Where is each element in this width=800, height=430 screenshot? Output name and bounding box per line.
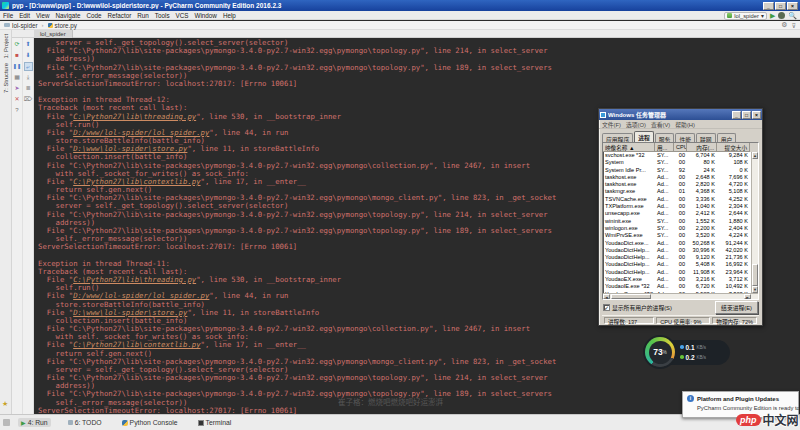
menu-refactor[interactable]: Refactor [107, 12, 131, 19]
tm-close-button[interactable]: × [752, 111, 761, 119]
process-row[interactable]: taskhost.exeAd...002,820 K4,720 K [603, 181, 758, 188]
menu-help[interactable]: Help [223, 12, 236, 19]
process-row[interactable]: YoudaoIE.exe *32Ad...006,720 K10,492 K [603, 283, 758, 290]
print-icon[interactable]: ≣ [24, 84, 33, 93]
task-manager-window[interactable]: Windows 任务管理器 _ □ × 文件(F)选项(O)查看(V)帮助(H)… [598, 108, 763, 326]
toolwindow-button-todo[interactable]: 6: TODO [65, 418, 105, 427]
process-row[interactable]: SystemSY...0080 K108 K [603, 159, 758, 166]
horizontal-scrollbar[interactable]: ◄ ► [603, 293, 758, 299]
process-row[interactable]: YoudaoDictHelp...Ad...005,408 K16,992 K [603, 261, 758, 268]
maximize-button[interactable]: □ [775, 2, 786, 10]
process-row[interactable]: YoudaoDictHelp...Ad...009,120 K21,736 K [603, 254, 758, 261]
menu-view[interactable]: View [36, 12, 50, 19]
scroll-up-arrow-icon[interactable]: ▲ [752, 152, 758, 159]
process-row[interactable]: wininit.exeSY...001,552 K1,880 K [603, 218, 758, 225]
horizontal-scroll-thumb[interactable] [611, 294, 651, 299]
down-stack-trace-icon[interactable]: ⬇ [24, 51, 33, 60]
rerun-icon[interactable]: ⟳ [13, 40, 22, 49]
menu-file[interactable]: File [3, 12, 13, 19]
process-row[interactable]: YoudaoDictHelp...Ad...0011,908 K23,964 K [603, 269, 758, 276]
tm-maximize-button[interactable]: □ [742, 111, 751, 119]
scroll-left-arrow-icon[interactable]: ◄ [603, 294, 610, 299]
column-header[interactable]: 内存(... [687, 143, 717, 152]
help-icon[interactable]: ? [13, 106, 22, 115]
run-console-tab[interactable]: lol_spider [34, 30, 73, 38]
restore-layout-icon[interactable]: ▦ [13, 73, 22, 82]
task-manager-title-bar[interactable]: Windows 任务管理器 _ □ × [599, 109, 762, 120]
close-button[interactable]: × [787, 2, 798, 10]
process-row[interactable]: svchost.exe *32SY...006,704 K9,284 K [603, 152, 758, 159]
speed-monitor-widget[interactable]: 73% 0.1 KB/s 0.2 KB/s [645, 337, 730, 368]
menu-window[interactable]: Window [195, 12, 217, 19]
tm-tab-服务[interactable]: 服务 [655, 133, 675, 142]
menu-run[interactable]: Run [137, 12, 149, 19]
toolwindow-button-python-console[interactable]: Python Console [119, 418, 181, 427]
tm-tab-性能[interactable]: 性能 [675, 133, 695, 142]
run-config-selector[interactable]: lol_spider ▾ [724, 12, 767, 20]
tm-tab-应用程序[interactable]: 应用程序 [602, 133, 633, 142]
column-header[interactable]: 映像名称 ▲ [603, 143, 655, 152]
toolwindow-switcher-icon[interactable] [3, 419, 10, 426]
column-header[interactable]: 提交大小 [717, 143, 750, 152]
sidebar-item-structure[interactable]: 7: Structure [3, 63, 9, 93]
process-row[interactable]: taskhost.exeAd...002,648 K7,696 K [603, 174, 758, 181]
tm-tab-进程[interactable]: 进程 [634, 131, 654, 142]
process-row[interactable]: unsecapp.exeAd...002,412 K2,644 K [603, 210, 758, 217]
clear-all-icon[interactable]: ⌦ [24, 95, 33, 104]
tm-menu-item[interactable]: 文件(F) [602, 120, 621, 129]
process-row[interactable]: System Idle Pr...SY...9224 K0 K [603, 167, 758, 174]
pin-tab-icon[interactable]: ➤ [13, 84, 22, 93]
menu-tools[interactable]: Tools [155, 12, 170, 19]
favorites-star-icon[interactable]: ★ [2, 400, 8, 408]
vertical-scrollbar[interactable]: ▲ ▼ [751, 152, 758, 293]
menu-vcs[interactable]: VCS [176, 12, 189, 19]
tm-tab-联网[interactable]: 联网 [696, 133, 716, 142]
process-row[interactable]: taskmgr.exeAd...014,368 K5,108 K [603, 188, 758, 195]
breadcrumb-project[interactable]: lol-spider [12, 22, 38, 29]
run-button[interactable]: ▶ [770, 12, 775, 20]
sidebar-item-project[interactable]: 1: Project [3, 34, 9, 59]
tm-minimize-button[interactable]: _ [732, 111, 741, 119]
close-console-icon[interactable]: ✕ [13, 95, 22, 104]
title-bar[interactable]: pyp - [D:\www\pyp] - D:\www\lol-spider\s… [0, 0, 800, 11]
vertical-scroll-thumb[interactable] [752, 264, 758, 286]
scroll-right-arrow-icon[interactable]: ► [744, 294, 751, 299]
stop-icon[interactable]: ■ [13, 51, 22, 60]
process-row[interactable]: YoudaoEX.exeAd...003,216 K3,712 K [603, 276, 758, 283]
tm-menu-item[interactable]: 查看(V) [651, 120, 670, 129]
process-list-rows[interactable]: svchost.exe *32SY...006,704 K9,284 KSyst… [603, 152, 758, 293]
show-all-users-checkbox[interactable]: ✓ 显示所有用户的进程(S) [603, 303, 672, 312]
scroll-down-arrow-icon[interactable]: ▼ [752, 286, 758, 293]
breadcrumb[interactable]: lol-spider › store.py [4, 22, 77, 29]
gear-icon[interactable]: ⚙ [781, 21, 787, 29]
menu-navigate[interactable]: Navigate [56, 12, 81, 19]
search-everywhere-icon[interactable]: 🔍 [788, 12, 797, 20]
process-row[interactable]: TXPlatform.exeAd...001,040 K2,304 K [603, 203, 758, 210]
process-row[interactable]: YoudaoDict.exe...Ad...0050,268 K91,244 K [603, 240, 758, 247]
menu-edit[interactable]: Edit [19, 12, 30, 19]
tm-menu-item[interactable]: 选项(O) [626, 120, 646, 129]
process-row[interactable]: winlogon.exeSY...002,200 K2,404 K [603, 225, 758, 232]
pause-output-icon[interactable]: ❚❚ [13, 62, 22, 71]
process-list-header[interactable]: 映像名称 ▲用...CPU内存(...提交大小 [603, 143, 758, 152]
tm-menu-item[interactable]: 帮助(H) [675, 120, 695, 129]
soft-wrap-icon[interactable]: ⤶ [24, 62, 33, 71]
minimize-button[interactable]: _ [763, 2, 774, 10]
checkbox-checked-icon[interactable]: ✓ [603, 304, 610, 311]
debug-button[interactable] [778, 12, 785, 19]
breadcrumb-file[interactable]: store.py [55, 22, 77, 29]
end-process-button[interactable]: 结束进程(E) [715, 301, 758, 314]
up-stack-trace-icon[interactable]: ⬆ [24, 40, 33, 49]
menu-code[interactable]: Code [86, 12, 101, 19]
toolwindow-button-terminal[interactable]: Terminal [195, 418, 235, 427]
process-row[interactable]: WmiPrvSE.exeSY...003,520 K4,224 K [603, 232, 758, 239]
column-header[interactable]: CPU [674, 143, 687, 152]
scroll-to-end-icon[interactable]: ⤓ [24, 73, 33, 82]
process-row[interactable]: TSVNCache.exeAd...003,336 K4,252 K [603, 196, 758, 203]
process-list[interactable]: 映像名称 ▲用...CPU内存(...提交大小 svchost.exe *32S… [602, 142, 759, 300]
process-row[interactable]: YoudaoDictHelp...Ad...0030,996 K42,020 K [603, 247, 758, 254]
column-header[interactable]: 用... [655, 143, 674, 152]
toolwindow-button-run[interactable]: ▶ 4: Run [18, 418, 51, 427]
hide-panel-icon[interactable]: ⊽ [792, 22, 796, 29]
tm-tab-用户[interactable]: 用户 [717, 133, 737, 142]
